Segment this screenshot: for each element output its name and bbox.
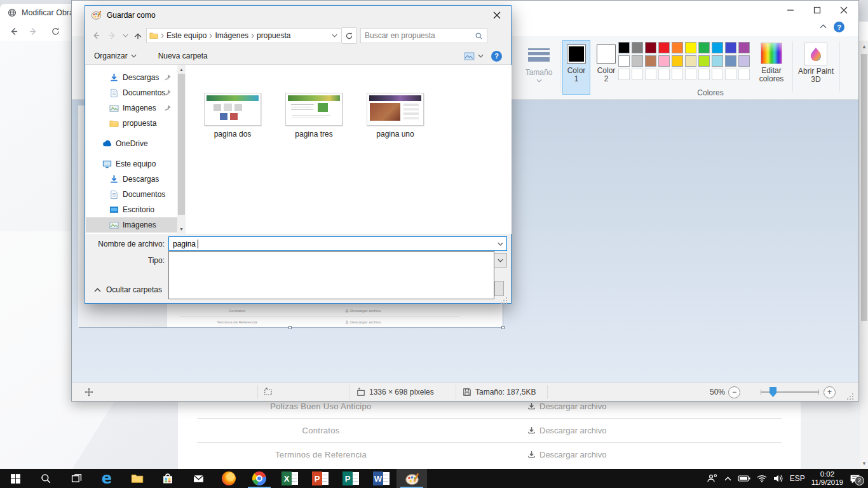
scrollbar-up-arrow[interactable]: ▲ (860, 42, 868, 51)
color1-button[interactable]: Color 1 (562, 40, 590, 95)
new-folder-button[interactable]: Nueva carpeta (158, 51, 208, 60)
browser-reload-button[interactable] (48, 24, 62, 38)
maximize-button[interactable] (808, 1, 827, 20)
nav-item-propuesta[interactable]: propuesta (86, 116, 177, 131)
zoom-out-button[interactable]: − (728, 386, 740, 398)
palette-color[interactable] (725, 42, 736, 53)
nav-item-documentos[interactable]: Documentos (86, 85, 177, 100)
nav-scrollbar[interactable]: ▲ ▼ (177, 65, 186, 234)
taskbar-chrome-icon[interactable] (244, 469, 275, 488)
taskbar-powerpoint-icon[interactable]: P (305, 469, 336, 488)
zoom-slider-thumb[interactable] (770, 387, 776, 397)
nav-item-imagenes-2[interactable]: Imágenes (86, 217, 177, 233)
palette-empty-slot[interactable] (685, 69, 696, 80)
palette-color[interactable] (738, 55, 750, 67)
breadcrumb[interactable]: Este equipo Imágenes propuesta (146, 28, 342, 43)
view-mode-button[interactable] (464, 52, 484, 60)
taskbar-publisher-icon[interactable]: P (336, 469, 366, 488)
palette-color[interactable] (632, 55, 643, 67)
filetype-dropdown-chevron[interactable] (494, 254, 506, 266)
palette-empty-slot[interactable] (698, 69, 710, 80)
color2-button[interactable]: Color 2 (593, 40, 620, 95)
palette-color[interactable] (645, 55, 656, 67)
taskbar-file-explorer-icon[interactable] (122, 469, 153, 488)
address-dropdown-chevron[interactable] (332, 34, 337, 37)
collapse-ribbon-button[interactable] (820, 24, 827, 29)
language-indicator[interactable]: ESP (790, 474, 805, 483)
taskbar-store-icon[interactable] (153, 469, 183, 488)
dialog-resize-grip[interactable] (506, 300, 507, 301)
nav-scroll-up[interactable]: ▲ (177, 65, 186, 74)
palette-color[interactable] (685, 55, 696, 67)
browser-scrollbar[interactable]: ▲ ▼ (860, 41, 868, 469)
edit-colors-button[interactable]: Editar colores (754, 40, 789, 83)
palette-empty-slot[interactable] (618, 69, 630, 80)
nav-item-documentos-2[interactable]: Documentos (86, 187, 177, 202)
palette-color[interactable] (632, 42, 643, 53)
palette-color[interactable] (618, 42, 630, 53)
zoom-in-button[interactable]: + (824, 386, 836, 398)
download-link[interactable]: Descargar archivo (527, 450, 607, 459)
taskbar-mail-icon[interactable] (183, 469, 214, 488)
palette-color[interactable] (672, 55, 683, 67)
filename-input[interactable]: pagina (168, 236, 507, 251)
zoom-slider[interactable] (761, 391, 819, 393)
palette-color[interactable] (712, 55, 723, 67)
taskbar-word-icon[interactable]: W (366, 469, 397, 488)
nav-item-descargas-2[interactable]: Descargas (86, 172, 177, 187)
nav-scroll-thumb[interactable] (178, 74, 185, 215)
palette-empty-slot[interactable] (725, 69, 736, 80)
palette-empty-slot[interactable] (712, 69, 723, 80)
palette-color[interactable] (685, 42, 696, 53)
size-button[interactable]: Tamaño (520, 40, 557, 95)
hide-folders-button[interactable]: Ocultar carpetas (94, 285, 162, 294)
dialog-back-button[interactable] (88, 27, 104, 44)
palette-color[interactable] (658, 55, 670, 67)
recent-locations-chevron[interactable] (121, 27, 130, 44)
dialog-forward-button[interactable] (104, 27, 121, 44)
open-paint3d-button[interactable]: Abrir Paint 3D (796, 40, 836, 84)
palette-color[interactable] (645, 42, 656, 53)
breadcrumb-item[interactable]: propuesta (257, 31, 290, 40)
taskbar-paint-icon[interactable] (397, 469, 427, 488)
breadcrumb-item[interactable]: Imágenes (215, 31, 248, 40)
breadcrumb-item[interactable]: Este equipo (166, 31, 207, 40)
hidden-icons-chevron[interactable] (724, 477, 731, 481)
taskbar-search-button[interactable] (31, 469, 61, 488)
canvas-resize-handle-bottom[interactable] (288, 326, 292, 329)
download-link[interactable]: Descargar archivo (527, 402, 607, 411)
taskbar-firefox-icon[interactable] (214, 469, 244, 488)
palette-empty-slot[interactable] (658, 69, 670, 80)
palette-color[interactable] (672, 42, 683, 53)
window-resize-grip[interactable] (852, 396, 853, 397)
file-item-pagina-uno[interactable]: pagina uno (366, 93, 424, 139)
canvas-resize-handle-corner[interactable] (501, 326, 505, 329)
palette-color[interactable] (618, 55, 630, 67)
task-view-button[interactable] (61, 469, 92, 488)
nav-item-onedrive[interactable]: OneDrive (86, 136, 177, 151)
clock[interactable]: 0:02 11/9/2019 (811, 470, 843, 487)
close-button[interactable] (834, 1, 853, 20)
nav-item-escritorio[interactable]: Escritorio (86, 202, 177, 217)
download-link[interactable]: Descargar archivo (527, 426, 607, 435)
minimize-button[interactable] (781, 1, 800, 20)
palette-empty-slot[interactable] (632, 69, 643, 80)
start-button[interactable] (0, 469, 31, 488)
action-center-button[interactable]: 2 (850, 474, 860, 484)
taskbar-excel-icon[interactable]: X (275, 469, 305, 488)
paint-help-button[interactable]: ? (834, 22, 844, 32)
scrollbar-thumb[interactable] (861, 54, 867, 321)
dialog-close-button[interactable] (482, 6, 511, 24)
file-item-pagina-tres[interactable]: pagina tres (285, 93, 343, 139)
file-item-pagina-dos[interactable]: pagina dos (203, 93, 262, 139)
button-fragment[interactable] (494, 281, 504, 296)
organize-menu-button[interactable]: Organizar (94, 51, 137, 60)
nav-item-descargas[interactable]: Descargas (86, 70, 177, 85)
battery-icon[interactable] (738, 475, 750, 482)
filename-autocomplete-dropdown[interactable] (168, 251, 494, 299)
nav-scroll-down[interactable]: ▼ (177, 225, 186, 233)
refresh-button[interactable] (342, 27, 356, 44)
wifi-icon[interactable] (757, 475, 767, 482)
palette-empty-slot[interactable] (738, 69, 750, 80)
search-box[interactable]: Buscar en propuesta (360, 28, 487, 43)
